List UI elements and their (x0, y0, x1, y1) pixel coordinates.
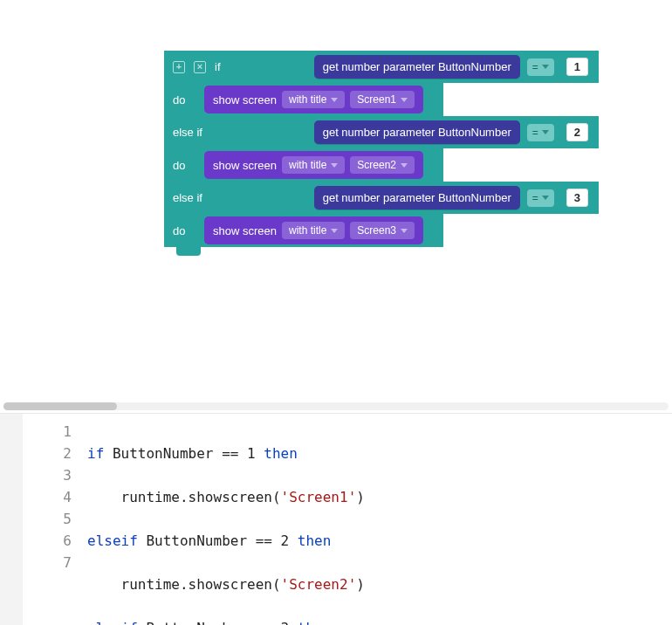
show-screen-stmt-1[interactable]: show screen with title Screen1 (204, 86, 423, 113)
code-line: elseif ButtonNumber == 2 then (87, 530, 365, 552)
do-keyword: do (173, 159, 195, 172)
code-line: runtime.showscreen('Screen1') (87, 486, 365, 508)
line-number: 4 (23, 486, 72, 508)
chevron-down-icon (401, 229, 408, 233)
get-param-expr[interactable]: get number parameter ButtonNumber (314, 120, 520, 144)
do-keyword: do (173, 224, 195, 237)
line-number-gutter: 1 2 3 4 5 6 7 (23, 414, 84, 625)
do-row-3[interactable]: do show screen with title Screen3 (164, 214, 443, 247)
screen-select-2[interactable]: Screen2 (350, 156, 415, 174)
chevron-down-icon (542, 130, 549, 134)
get-param-expr[interactable]: get number parameter ButtonNumber (314, 55, 520, 79)
with-title-chip[interactable]: with title (282, 156, 345, 174)
condition-3[interactable]: get number parameter ButtonNumber = 3 (312, 184, 593, 211)
show-screen-stmt-2[interactable]: show screen with title Screen2 (204, 151, 423, 179)
elseif-row-2[interactable]: else if get number parameter ButtonNumbe… (164, 182, 599, 214)
show-screen-label: show screen (213, 93, 277, 106)
equals-label: = (532, 61, 538, 73)
equals-operator[interactable]: = (527, 189, 554, 207)
chevron-down-icon (542, 65, 549, 69)
condition-1[interactable]: get number parameter ButtonNumber = 1 (312, 53, 593, 80)
if-keyword: if (215, 60, 221, 73)
do-row-1[interactable]: do show screen with title Screen1 (164, 83, 443, 116)
elseif-keyword: else if (173, 126, 202, 139)
chevron-down-icon (401, 98, 408, 102)
do-row-2[interactable]: do show screen with title Screen2 (164, 148, 443, 182)
line-number: 1 (23, 421, 72, 443)
line-number: 5 (23, 508, 72, 530)
elseif-row-1[interactable]: else if get number parameter ButtonNumbe… (164, 116, 599, 148)
code-line: elseif ButtonNumber == 3 then (87, 617, 365, 625)
equals-operator[interactable]: = (527, 58, 554, 76)
block-editor[interactable]: + × if get number parameter ButtonNumber… (0, 0, 672, 401)
with-title-chip[interactable]: with title (282, 91, 345, 108)
show-screen-stmt-3[interactable]: show screen with title Screen3 (204, 216, 423, 244)
elseif-keyword: else if (173, 191, 202, 204)
get-param-expr[interactable]: get number parameter ButtonNumber (314, 186, 520, 209)
if-block[interactable]: + × if get number parameter ButtonNumber… (164, 51, 599, 256)
chevron-down-icon (331, 163, 338, 168)
line-number: 2 (23, 443, 72, 464)
compare-value-1[interactable]: 1 (566, 58, 588, 76)
block-end-nub (176, 247, 201, 256)
chevron-down-icon (331, 98, 338, 102)
chevron-down-icon (331, 229, 338, 233)
screen-select-3[interactable]: Screen3 (350, 222, 415, 239)
compare-value-3[interactable]: 3 (566, 189, 588, 207)
compare-value-2[interactable]: 2 (566, 123, 588, 141)
code-line: if ButtonNumber == 1 then (87, 443, 365, 464)
if-row[interactable]: + × if get number parameter ButtonNumber… (164, 51, 599, 83)
horizontal-scrollbar[interactable] (0, 401, 672, 413)
line-number: 6 (23, 530, 72, 552)
line-number: 3 (23, 464, 72, 486)
screen-select-1[interactable]: Screen1 (350, 91, 415, 108)
condition-2[interactable]: get number parameter ButtonNumber = 2 (312, 119, 593, 146)
code-body[interactable]: if ButtonNumber == 1 then runtime.showsc… (84, 414, 365, 625)
chevron-down-icon (542, 196, 549, 200)
plus-icon[interactable]: + (173, 61, 185, 73)
gutter-margin (0, 414, 23, 625)
chevron-down-icon (401, 163, 408, 168)
code-panel: 1 2 3 4 5 6 7 if ButtonNumber == 1 then … (0, 413, 672, 625)
scrollbar-thumb[interactable] (3, 402, 117, 410)
with-title-chip[interactable]: with title (282, 222, 345, 239)
do-keyword: do (173, 93, 195, 106)
equals-operator[interactable]: = (527, 124, 554, 141)
code-line: runtime.showscreen('Screen2') (87, 573, 365, 595)
close-icon[interactable]: × (194, 61, 206, 73)
line-number: 7 (23, 552, 72, 573)
